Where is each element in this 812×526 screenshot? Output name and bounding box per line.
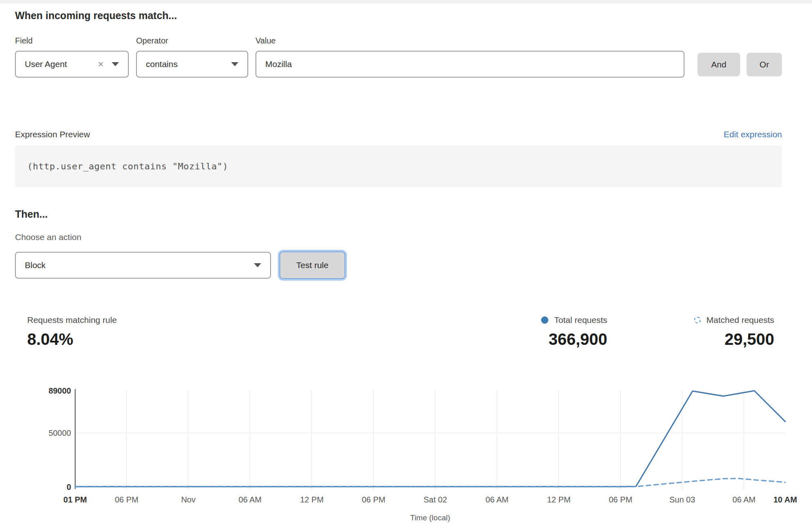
- field-select[interactable]: User Agent ×: [15, 51, 129, 78]
- or-button[interactable]: Or: [747, 53, 782, 76]
- top-divider: [0, 0, 812, 3]
- action-select-value: Block: [25, 260, 254, 270]
- matching-rule-label: Requests matching rule: [27, 315, 117, 325]
- operator-label: Operator: [136, 36, 248, 45]
- value-input[interactable]: [256, 51, 684, 78]
- expression-code-text: (http.user_agent contains "Mozilla"): [27, 161, 228, 171]
- rule-panel: When incoming requests match... Field Us…: [0, 9, 812, 526]
- then-heading: Then...: [15, 208, 782, 221]
- value-column: Value: [256, 36, 684, 78]
- action-row: Block Test rule: [15, 249, 782, 281]
- svg-text:06 PM: 06 PM: [115, 495, 139, 504]
- svg-text:10 AM: 10 AM: [773, 495, 797, 504]
- action-select[interactable]: Block: [15, 252, 271, 279]
- field-label: Field: [15, 36, 129, 45]
- svg-text:Sun 03: Sun 03: [669, 495, 695, 504]
- svg-text:01 PM: 01 PM: [63, 495, 87, 504]
- svg-text:0: 0: [67, 483, 71, 491]
- total-requests-value: 366,900: [541, 330, 607, 348]
- svg-text:Sat 02: Sat 02: [424, 495, 447, 504]
- and-button[interactable]: And: [697, 53, 740, 76]
- match-heading: When incoming requests match...: [15, 9, 782, 22]
- value-label: Value: [256, 36, 684, 45]
- matched-requests-value: 29,500: [694, 330, 774, 348]
- expression-preview-row: Expression Preview Edit expression: [15, 129, 782, 140]
- test-rule-button[interactable]: Test rule: [279, 251, 345, 279]
- expression-code-block: (http.user_agent contains "Mozilla"): [15, 145, 782, 187]
- matched-requests-dashed-circle-icon: [694, 317, 701, 323]
- matched-requests-stat: Matched requests 29,500: [694, 315, 774, 348]
- total-requests-label: Total requests: [554, 315, 607, 325]
- svg-text:Nov: Nov: [181, 495, 196, 504]
- stats-row: Requests matching rule 8.04% Total reque…: [15, 315, 782, 348]
- svg-text:06 PM: 06 PM: [362, 495, 385, 504]
- total-requests-stat: Total requests 366,900: [541, 315, 607, 348]
- total-requests-dot-icon: [541, 316, 548, 324]
- matching-rule-stat: Requests matching rule 8.04%: [27, 315, 117, 348]
- svg-text:Time (local): Time (local): [410, 513, 450, 522]
- svg-text:06 AM: 06 AM: [485, 495, 509, 504]
- field-select-value: User Agent: [25, 59, 98, 69]
- svg-text:89000: 89000: [48, 386, 71, 395]
- matching-rule-value: 8.04%: [27, 330, 117, 348]
- edit-expression-link[interactable]: Edit expression: [723, 130, 782, 139]
- choose-action-label: Choose an action: [15, 232, 782, 242]
- expression-preview-label: Expression Preview: [15, 129, 90, 140]
- clear-field-icon[interactable]: ×: [98, 59, 104, 69]
- condition-row: Field User Agent × Operator contains Val…: [15, 36, 782, 78]
- connector-buttons: And Or: [697, 36, 782, 76]
- chevron-down-icon: [112, 62, 119, 66]
- requests-chart: 8900050000001 PM06 PMNov06 AM12 PM06 PMS…: [15, 381, 812, 526]
- chevron-down-icon: [231, 62, 238, 66]
- svg-text:06 AM: 06 AM: [732, 495, 756, 504]
- svg-text:06 PM: 06 PM: [609, 495, 632, 504]
- operator-column: Operator contains: [136, 36, 248, 78]
- svg-text:12 PM: 12 PM: [300, 495, 324, 504]
- chevron-down-icon: [254, 263, 261, 267]
- svg-text:50000: 50000: [48, 429, 71, 437]
- field-column: Field User Agent ×: [15, 36, 129, 78]
- svg-text:12 PM: 12 PM: [547, 495, 571, 504]
- matched-requests-label: Matched requests: [706, 315, 774, 325]
- svg-text:06 AM: 06 AM: [238, 495, 262, 504]
- operator-select-value: contains: [146, 59, 231, 69]
- operator-select[interactable]: contains: [136, 51, 248, 78]
